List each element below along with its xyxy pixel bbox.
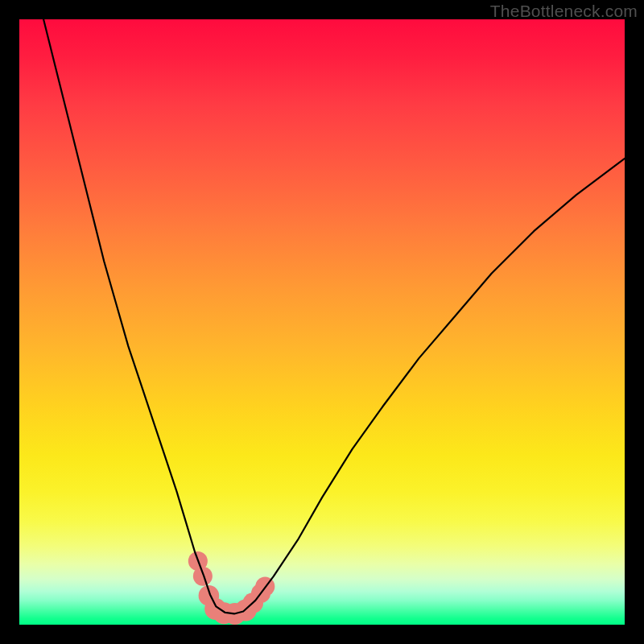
bottleneck-curve — [19, 19, 625, 625]
watermark-text: TheBottleneck.com — [490, 2, 638, 21]
chart-frame: TheBottleneck.com — [0, 0, 644, 644]
curve-marker — [193, 567, 213, 586]
plot-area — [19, 19, 625, 625]
